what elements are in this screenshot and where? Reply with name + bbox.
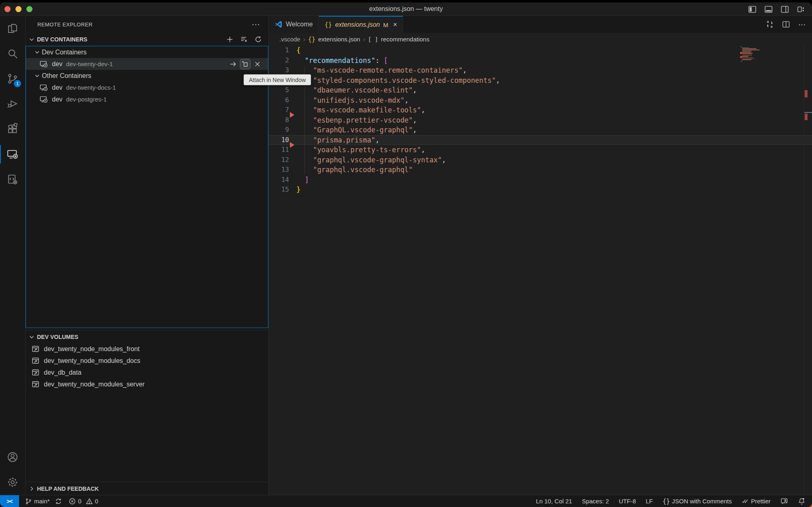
explorer-icon[interactable] — [0, 16, 25, 41]
vscode-logo-icon — [274, 20, 283, 28]
clear-list-icon[interactable] — [240, 35, 248, 44]
language-mode[interactable]: {} JSON with Comments — [663, 498, 732, 505]
sidebar-empty-space — [26, 390, 268, 482]
code-line-13[interactable]: 13 "graphql.vscode-graphql" — [269, 165, 812, 175]
volume-row[interactable]: dev_twenty_node_modules_front — [26, 343, 268, 355]
breadcrumb-symbol[interactable]: recommendations — [381, 36, 429, 43]
line-number: 14 — [269, 175, 289, 185]
code-line-10[interactable]: 10 "prisma.prisma", — [269, 135, 812, 145]
code-line-1[interactable]: 1{ — [269, 45, 812, 56]
close-tab-icon[interactable]: × — [393, 21, 397, 29]
refresh-icon[interactable] — [254, 35, 263, 44]
toggle-primary-sidebar-icon[interactable] — [747, 4, 758, 15]
code-line-7[interactable]: 7 "ms-vscode.makefile-tools", — [269, 105, 812, 115]
line-text: "unifiedjs.vscode-mdx", — [289, 95, 408, 106]
code-line-4[interactable]: 4 "styled-components.vscode-styled-compo… — [269, 76, 812, 86]
breadcrumb-folder[interactable]: .vscode — [279, 36, 300, 43]
notifications-bell-icon[interactable] — [798, 497, 806, 505]
sync-changes-icon[interactable] — [55, 498, 62, 505]
status-bar: >< main* 0 — [0, 495, 812, 507]
chevron-right-icon — [28, 485, 35, 492]
title-bar: extensions.json — twenty — [0, 2, 812, 16]
volume-row[interactable]: dev_twenty_node_modules_server — [26, 378, 268, 390]
line-number: 15 — [269, 185, 289, 195]
open-changes-icon[interactable] — [765, 19, 775, 29]
minimize-window-button[interactable] — [15, 6, 22, 12]
container-row-dev-postgres-1[interactable]: dev dev-postgres-1 — [26, 93, 268, 105]
problems-status[interactable]: 0 0 — [69, 498, 98, 505]
code-line-5[interactable]: 5 "dbaeumer.vscode-eslint", — [269, 85, 812, 95]
code-line-11[interactable]: 11 "yoavbls.pretty-ts-errors", — [269, 145, 812, 155]
attach-new-window-icon[interactable] — [240, 59, 250, 69]
line-number: 5 — [269, 85, 289, 95]
container-row-dev-twenty-dev-1[interactable]: dev dev-twenty-dev-1 — [26, 58, 268, 70]
activity-bottom — [0, 444, 25, 495]
dev-containers-tree: Dev Containers dev dev-twenty-dev-1 — [26, 46, 268, 328]
eol-sequence[interactable]: LF — [646, 498, 653, 505]
remote-indicator[interactable]: >< — [0, 495, 19, 507]
volume-icon — [31, 356, 40, 365]
customize-layout-icon[interactable] — [796, 4, 806, 15]
section-dev-volumes[interactable]: DEV VOLUMES — [26, 330, 268, 343]
tab-welcome[interactable]: Welcome — [269, 16, 319, 33]
code-line-9[interactable]: 9 "GraphQL.vscode-graphql", — [269, 125, 812, 135]
settings-gear-icon[interactable] — [0, 470, 25, 495]
code-line-6[interactable]: 6 "unifiedjs.vscode-mdx", — [269, 95, 812, 106]
branch-status[interactable]: main* — [25, 498, 62, 505]
line-number: 13 — [269, 165, 289, 175]
editor-group: Welcome {} extensions.json M × — [269, 16, 812, 495]
encoding[interactable]: UTF-8 — [619, 498, 636, 505]
maximize-window-button[interactable] — [26, 6, 32, 12]
activity-bar: 1 — [0, 16, 26, 495]
chevron-down-icon — [34, 73, 40, 79]
toggle-secondary-sidebar-icon[interactable] — [780, 4, 790, 15]
code-line-12[interactable]: 12 "graphql.vscode-graphql-syntax", — [269, 155, 812, 165]
sidebar-title: REMOTE EXPLORER — [37, 22, 93, 28]
extensions-icon[interactable] — [0, 117, 25, 142]
line-text: "ms-vscode-remote.remote-containers", — [289, 65, 467, 76]
container-row-dev-twenty-docs-1[interactable]: dev dev-twenty-docs-1 — [26, 82, 268, 93]
section-help-feedback[interactable]: HELP AND FEEDBACK — [26, 482, 268, 495]
volume-row[interactable]: dev_db_data — [26, 367, 268, 378]
more-actions-icon[interactable]: ⋯ — [797, 19, 807, 29]
toggle-panel-icon[interactable] — [763, 4, 774, 15]
sidebar-more-actions-icon[interactable]: ⋯ — [250, 19, 262, 29]
formatter-status[interactable]: ✓✓ Prettier — [742, 498, 771, 505]
split-editor-icon[interactable] — [781, 19, 791, 29]
screen: extensions.json — twenty — [0, 0, 812, 507]
code-line-8[interactable]: 8 "esbenp.prettier-vscode", — [269, 115, 812, 125]
git-deleted-lines-marker[interactable] — [290, 142, 294, 148]
code-line-2[interactable]: 2 "recommendations": [ — [269, 56, 812, 66]
code-line-14[interactable]: 14 ] — [269, 175, 812, 185]
code-line-15[interactable]: 15} — [269, 185, 812, 195]
line-number: 8 — [269, 115, 289, 125]
close-window-button[interactable] — [4, 6, 11, 12]
tree-group-other-containers[interactable]: Other Containers — [26, 70, 268, 82]
search-icon[interactable] — [0, 41, 25, 66]
section-dev-containers[interactable]: DEV CONTAINERS — [26, 33, 268, 46]
feedback-icon[interactable] — [780, 497, 788, 505]
attach-arrow-icon[interactable] — [228, 59, 238, 69]
git-deleted-lines-marker[interactable] — [290, 112, 294, 118]
accounts-icon[interactable] — [0, 444, 25, 470]
tab-extensions-json[interactable]: {} extensions.json M × — [319, 16, 403, 33]
cursor-position[interactable]: Ln 10, Col 21 — [536, 498, 572, 505]
container-tools-icon[interactable] — [0, 167, 25, 192]
line-text: "ms-vscode.makefile-tools", — [289, 105, 425, 115]
source-control-icon[interactable]: 1 — [0, 66, 25, 91]
code-line-3[interactable]: 3 "ms-vscode-remote.remote-containers", — [269, 65, 812, 76]
breadcrumb-file[interactable]: extensions.json — [318, 36, 360, 43]
add-icon[interactable] — [225, 35, 234, 44]
stop-container-icon[interactable] — [253, 59, 262, 69]
minimap[interactable] — [740, 46, 771, 63]
activity-top: 1 — [0, 16, 25, 192]
remote-explorer-icon[interactable] — [0, 142, 25, 167]
code-editor[interactable]: 1{2 "recommendations": [3 "ms-vscode-rem… — [269, 45, 812, 495]
indentation[interactable]: Spaces: 2 — [582, 498, 609, 505]
volume-row[interactable]: dev_twenty_node_modules_docs — [26, 355, 268, 367]
breadcrumb-separator: › — [303, 36, 305, 43]
line-number: 1 — [269, 45, 289, 56]
tree-group-dev-containers[interactable]: Dev Containers — [26, 46, 268, 58]
line-text: "GraphQL.vscode-graphql", — [289, 125, 417, 135]
run-debug-icon[interactable] — [0, 91, 25, 117]
